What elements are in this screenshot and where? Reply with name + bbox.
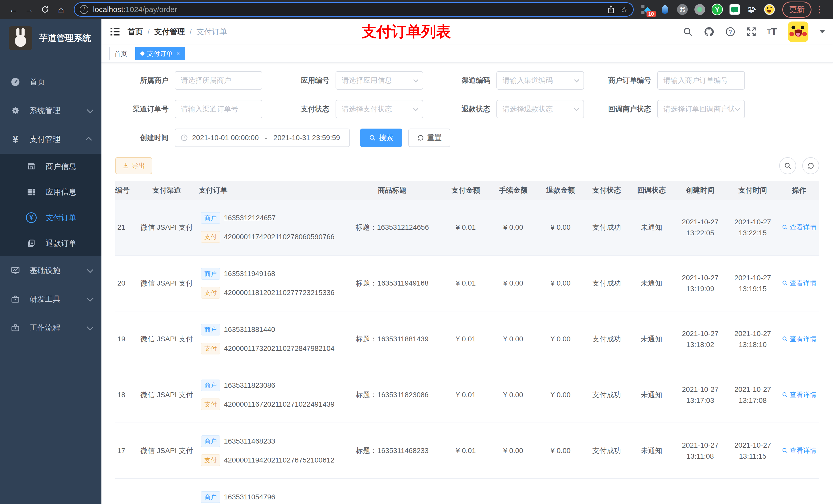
pay-order-table: 编号 支付渠道 支付订单 商品标题 支付金额 手续金额 退款金额 支付状态 回调…	[115, 181, 819, 504]
search-icon[interactable]	[683, 27, 693, 37]
tag-home[interactable]: 首页	[109, 47, 132, 60]
home-icon[interactable]: ⌂	[54, 3, 68, 16]
reload-icon[interactable]	[39, 3, 52, 16]
merchant-input[interactable]	[175, 71, 262, 90]
sidebar-item-home[interactable]: 首页	[0, 68, 101, 96]
pay-tag: 支付	[201, 399, 220, 410]
refresh-table-button[interactable]	[802, 157, 819, 174]
merchant-order-no-input[interactable]	[657, 71, 745, 90]
browser-update-button[interactable]: 更新	[782, 2, 811, 18]
pay-tag: 支付	[201, 343, 220, 355]
payment-submenu: 商户信息 应用信息 ¥ 支付订单 退款订单	[0, 154, 101, 256]
breadcrumb: 首页 / 支付管理 / 支付订单	[127, 27, 227, 37]
briefcase-icon	[10, 323, 21, 332]
chevron-down-icon	[87, 324, 93, 330]
filter-label-merchant-order-no: 商户订单编号	[598, 75, 657, 85]
back-icon[interactable]: ←	[7, 3, 20, 16]
user-menu-caret-icon[interactable]	[819, 30, 825, 37]
merchant-tag: 商户	[201, 435, 220, 447]
browser-menu-icon[interactable]: ⋮	[814, 4, 826, 15]
extension-command-icon[interactable]: ⌘	[677, 4, 688, 15]
filter-label-pay-status: 支付状态	[276, 104, 336, 114]
sidebar-item-merchant-info[interactable]: 商户信息	[0, 154, 101, 179]
table-row-partial: 商户1635311054796	[115, 479, 819, 504]
channel-order-no-input[interactable]	[175, 100, 262, 118]
sidebar-item-pay-order[interactable]: ¥ 支付订单	[0, 205, 101, 231]
pay-status-select[interactable]: 请选择支付状态	[336, 100, 423, 118]
export-button[interactable]: 导出	[115, 157, 152, 174]
tag-pay-order[interactable]: 支付订单 ×	[135, 47, 185, 60]
shop-icon	[26, 162, 37, 171]
merchant-tag: 商户	[201, 324, 220, 335]
search-icon	[782, 224, 788, 230]
sidebar-item-refund-order[interactable]: 退款订单	[0, 231, 101, 256]
github-icon[interactable]	[704, 26, 714, 37]
extension-record-icon[interactable]	[694, 4, 706, 15]
extension-y-icon[interactable]: Y	[712, 4, 723, 15]
url-text: localhost:1024/pay/order	[93, 5, 601, 14]
channel-code-select[interactable]: 请输入渠道编码	[496, 71, 584, 90]
toolbox-icon	[10, 294, 21, 304]
address-bar[interactable]: i localhost:1024/pay/order ☆	[74, 2, 634, 17]
app-select[interactable]: 请选择应用信息	[336, 71, 423, 90]
collapse-sidebar-icon[interactable]	[109, 26, 121, 38]
chevron-down-icon	[87, 106, 93, 113]
filter-label-channel-code: 渠道编码	[437, 75, 496, 85]
filter-label-create-time: 创建时间	[115, 133, 175, 143]
view-detail-link[interactable]: 查看详情	[782, 334, 817, 343]
sidebar-item-system[interactable]: 系统管理	[0, 96, 101, 125]
close-icon[interactable]: ×	[176, 50, 180, 57]
font-size-icon[interactable]: TT	[767, 26, 777, 38]
create-time-range-input[interactable]: 2021-10-01 00:00:00 - 2021-10-31 23:59:5…	[175, 128, 350, 147]
yen-circle-icon: ¥	[26, 212, 37, 223]
forward-icon[interactable]: →	[23, 3, 36, 16]
sidebar-item-infra[interactable]: 基础设施	[0, 256, 101, 285]
table-row: 18 微信 JSAPI 支付 商户1635311823086 支付4200001…	[115, 367, 819, 423]
extension-chat-icon[interactable]	[729, 4, 740, 15]
chevron-down-icon	[87, 266, 93, 273]
sidebar-item-devtools[interactable]: 研发工具	[0, 285, 101, 313]
reset-button[interactable]: 重置	[408, 128, 450, 147]
search-icon	[782, 391, 788, 398]
chevron-down-icon	[735, 106, 740, 111]
bookmark-star-icon[interactable]: ☆	[620, 5, 628, 14]
avatar[interactable]	[788, 22, 808, 42]
view-detail-link[interactable]: 查看详情	[782, 223, 817, 232]
sidebar-item-workflow[interactable]: 工作流程	[0, 313, 101, 342]
share-icon[interactable]	[607, 5, 615, 14]
app-logo: 芋道管理系统	[0, 19, 101, 57]
breadcrumb-payment[interactable]: 支付管理	[154, 27, 185, 37]
show-search-toggle-button[interactable]	[779, 157, 796, 174]
extensions-puzzle-icon[interactable]: 🧩︎	[746, 4, 758, 15]
filter-label-merchant: 所属商户	[115, 75, 175, 85]
chevron-down-icon	[413, 77, 418, 82]
fullscreen-icon[interactable]	[746, 27, 756, 37]
extension-emoji-icon[interactable]	[764, 4, 775, 15]
breadcrumb-home[interactable]: 首页	[127, 27, 143, 37]
site-info-icon[interactable]: i	[80, 5, 88, 14]
sidebar-item-payment[interactable]: ¥ 支付管理	[0, 125, 101, 154]
documents-icon	[26, 239, 37, 248]
search-icon	[782, 280, 788, 286]
filter-label-channel-order-no: 渠道订单号	[115, 104, 175, 114]
download-icon	[122, 162, 129, 169]
extension-balloon-icon[interactable]	[659, 4, 671, 15]
clock-icon	[180, 134, 188, 142]
search-icon	[782, 336, 788, 342]
app-title: 芋道管理系统	[39, 32, 91, 44]
page-title: 支付订单列表	[362, 22, 451, 42]
filter-label-app: 应用编号	[276, 75, 336, 85]
view-detail-link[interactable]: 查看详情	[782, 279, 817, 288]
search-button[interactable]: 搜索	[360, 128, 402, 147]
view-detail-link[interactable]: 查看详情	[782, 390, 817, 399]
notify-status-select[interactable]: 请选择订单回调商户状态	[657, 100, 745, 118]
refund-status-select[interactable]: 请选择退款状态	[496, 100, 584, 118]
extension-diamond-icon[interactable]: ◆10	[642, 4, 653, 15]
browser-toolbar: ← → ⌂ i localhost:1024/pay/order ☆ ◆10 ⌘…	[0, 0, 833, 19]
merchant-tag: 商户	[201, 491, 220, 503]
filter-label-refund-status: 退款状态	[437, 104, 496, 114]
help-icon[interactable]: ?	[725, 27, 735, 37]
tags-view-bar: 首页 支付订单 ×	[101, 45, 833, 63]
sidebar-item-app-info[interactable]: 应用信息	[0, 179, 101, 205]
view-detail-link[interactable]: 查看详情	[782, 446, 817, 455]
